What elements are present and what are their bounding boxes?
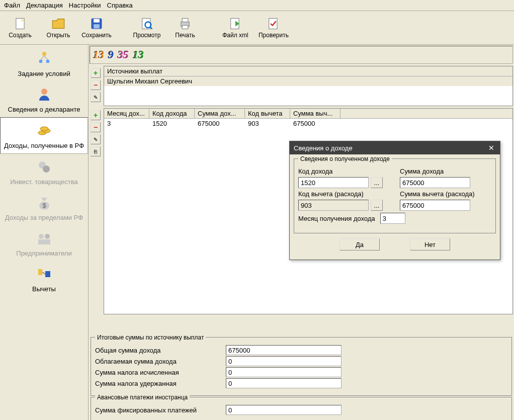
menu-help[interactable]: Справка <box>107 2 133 9</box>
svg-point-21 <box>40 127 48 131</box>
income-sum-label: Сумма дохода <box>400 167 491 175</box>
sidebar-item-declarant[interactable]: Сведения о декларанте <box>0 81 88 117</box>
folder-open-icon <box>51 17 65 31</box>
remove-income-button[interactable]: − <box>91 122 101 132</box>
copy-income-button[interactable]: ⎘ <box>91 146 101 156</box>
menu-file[interactable]: Файл <box>4 2 20 9</box>
income-code-label: Код дохода <box>298 167 390 175</box>
svg-point-13 <box>42 52 46 56</box>
fixed-payments-value[interactable]: 0 <box>226 405 341 415</box>
sidebar-item-income-rf[interactable]: Доходы, полученные в РФ <box>0 117 88 154</box>
svg-rect-10 <box>182 26 188 29</box>
svg-rect-29 <box>38 269 42 275</box>
deduct-code-input[interactable] <box>298 200 369 211</box>
svg-rect-28 <box>38 239 50 244</box>
close-icon[interactable]: ✕ <box>487 143 496 152</box>
svg-rect-9 <box>182 19 188 22</box>
svg-line-17 <box>44 56 48 60</box>
deduct-sum-label: Сумма вычета (расхода) <box>400 190 491 198</box>
check-button[interactable]: Проверить <box>255 14 292 41</box>
taxable-value: 0 <box>226 356 341 366</box>
people-icon <box>35 229 53 247</box>
edit-income-button[interactable]: ✎ <box>91 134 101 144</box>
svg-rect-30 <box>45 271 50 277</box>
yes-button[interactable]: Да <box>339 238 380 250</box>
total-income-value: 675000 <box>226 345 341 355</box>
deduct-code-picker[interactable]: ... <box>371 200 383 211</box>
print-button[interactable]: Печать <box>167 14 203 41</box>
conditions-icon <box>35 50 53 68</box>
tax-withheld-value[interactable]: 0 <box>226 378 341 388</box>
sources-list[interactable]: Источники выплат Шульгин Михаил Сергееви… <box>104 66 513 106</box>
rate-tabs: 13 9 35 13 <box>90 46 513 64</box>
svg-rect-12 <box>269 19 277 29</box>
tab-13b[interactable]: 13 <box>133 48 144 61</box>
tax-calc-value[interactable]: 0 <box>226 367 341 377</box>
totals-fieldset: Итоговые суммы по источнику выплат Общая… <box>91 337 512 396</box>
tab-9[interactable]: 9 <box>108 48 114 61</box>
svg-rect-15 <box>46 60 49 63</box>
create-button[interactable]: Создать <box>2 14 38 41</box>
svg-rect-3 <box>94 19 100 23</box>
tax-calc-label: Сумма налога исчисленная <box>95 369 226 376</box>
svg-rect-14 <box>39 60 42 63</box>
money-bag-icon: $ <box>35 194 53 212</box>
svg-rect-4 <box>94 24 100 28</box>
no-button[interactable]: Нет <box>410 238 450 250</box>
svg-line-31 <box>42 272 45 274</box>
tab-35[interactable]: 35 <box>118 48 129 61</box>
svg-point-23 <box>43 165 50 173</box>
deductions-icon <box>35 265 53 283</box>
dialog-legend: Сведения о полученном доходе <box>298 155 392 162</box>
save-icon <box>90 17 104 31</box>
menu-declaration[interactable]: Декларация <box>26 2 63 9</box>
menubar: Файл Декларация Настройки Справка <box>0 0 514 11</box>
xml-file-icon <box>228 17 242 31</box>
deduct-code-label: Код вычета (расхода) <box>298 190 390 198</box>
save-button[interactable]: Сохранить <box>78 14 115 41</box>
svg-point-18 <box>41 89 47 95</box>
month-input[interactable] <box>380 213 405 224</box>
menu-settings[interactable]: Настройки <box>69 2 101 9</box>
svg-text:$: $ <box>42 202 46 209</box>
month-label: Месяц получения дохода <box>298 215 375 222</box>
sidebar: Задание условий Сведения о декларанте До… <box>0 45 89 420</box>
dialog-title: Сведения о доходе <box>294 144 353 152</box>
sources-header: Источники выплат <box>104 66 512 76</box>
svg-point-27 <box>45 234 50 239</box>
preview-icon <box>140 17 154 31</box>
deduct-sum-input[interactable] <box>400 200 470 211</box>
income-table-header: Месяц дох... Код дохода Сумма дох... Код… <box>104 109 512 119</box>
sidebar-item-income-abroad: $ Доходы за пределами РФ <box>0 190 88 225</box>
print-icon <box>178 17 192 31</box>
income-dialog: Сведения о доходе ✕ Сведения о полученно… <box>289 141 500 260</box>
edit-source-button[interactable]: ✎ <box>91 92 101 102</box>
remove-source-button[interactable]: − <box>91 80 101 90</box>
svg-rect-0 <box>16 19 24 29</box>
coins-icon <box>35 122 53 140</box>
check-icon <box>267 17 281 31</box>
open-button[interactable]: Открыть <box>40 14 76 41</box>
income-sum-input[interactable] <box>400 177 470 188</box>
invest-icon <box>35 158 53 176</box>
total-income-label: Общая сумма дохода <box>95 347 226 354</box>
person-icon <box>35 86 53 104</box>
dialog-titlebar[interactable]: Сведения о доходе ✕ <box>290 141 500 154</box>
income-code-picker[interactable]: ... <box>371 177 383 188</box>
tax-withheld-label: Сумма налога удержанная <box>95 380 226 387</box>
preview-button[interactable]: Просмотр <box>129 14 165 41</box>
taxable-label: Облагаемая сумма дохода <box>95 358 226 365</box>
svg-point-26 <box>39 234 44 239</box>
sidebar-item-invest: Инвест. товарищества <box>0 154 88 190</box>
tab-13[interactable]: 13 <box>93 48 104 61</box>
advance-fieldset: Авансовые платежи иностранца Сумма фикси… <box>91 397 512 420</box>
table-row[interactable]: 3 1520 675000 903 675000 <box>104 119 512 128</box>
sidebar-item-deductions[interactable]: Вычеты <box>0 261 88 297</box>
income-code-input[interactable] <box>298 177 369 188</box>
sidebar-item-entrepreneurs: Предприниматели <box>0 225 88 261</box>
add-source-button[interactable]: + <box>91 68 101 78</box>
source-row[interactable]: Шульгин Михаил Сергеевич <box>104 76 512 86</box>
xml-button[interactable]: Файл xml <box>217 14 253 41</box>
sidebar-item-conditions[interactable]: Задание условий <box>0 46 88 81</box>
add-income-button[interactable]: + <box>91 110 101 120</box>
